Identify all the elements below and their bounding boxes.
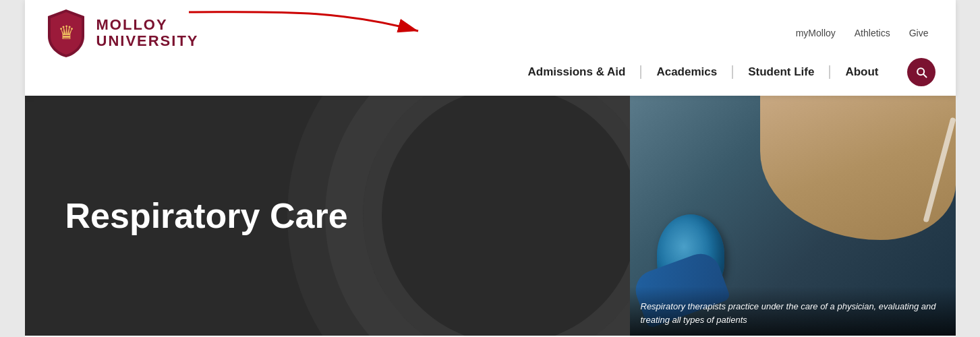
nav-student-life[interactable]: Student Life — [733, 65, 830, 79]
university-logo-shield: ♛ — [45, 8, 87, 58]
svg-text:♛: ♛ — [57, 22, 74, 43]
nav-academics[interactable]: Academics — [641, 65, 733, 79]
top-nav-athletics[interactable]: Athletics — [855, 28, 890, 38]
university-name-line1: MOLLOY — [96, 17, 199, 33]
top-navigation: myMolloy Athletics Give — [796, 28, 935, 38]
nav-admissions[interactable]: Admissions & Aid — [513, 65, 642, 79]
header-bottom: Admissions & Aid Academics Student Life … — [45, 58, 935, 96]
hero-section: Respiratory Care Respiratory therapists … — [25, 96, 956, 336]
hero-left-panel: Respiratory Care — [25, 96, 630, 336]
university-name: MOLLOY UNIVERSITY — [96, 17, 199, 49]
page-wrapper: ♛ MOLLOY UNIVERSITY myMolloy Athletics G… — [0, 0, 980, 337]
hero-title: Respiratory Care — [65, 195, 348, 236]
main-navigation: Admissions & Aid Academics Student Life … — [513, 65, 894, 79]
site-header: ♛ MOLLOY UNIVERSITY myMolloy Athletics G… — [25, 0, 956, 96]
nav-about[interactable]: About — [830, 65, 893, 79]
search-icon — [915, 65, 928, 79]
top-nav-mymolloy[interactable]: myMolloy — [796, 28, 836, 38]
hero-caption: Respiratory therapists practice under th… — [630, 286, 956, 336]
university-name-line2: UNIVERSITY — [96, 33, 199, 49]
search-button[interactable] — [907, 58, 935, 86]
logo-area[interactable]: ♛ MOLLOY UNIVERSITY — [45, 8, 199, 58]
header-top: ♛ MOLLOY UNIVERSITY myMolloy Athletics G… — [45, 0, 935, 58]
hero-image-panel: Respiratory therapists practice under th… — [630, 96, 956, 336]
top-nav-give[interactable]: Give — [909, 28, 929, 38]
caption-text: Respiratory therapists practice under th… — [641, 300, 945, 326]
